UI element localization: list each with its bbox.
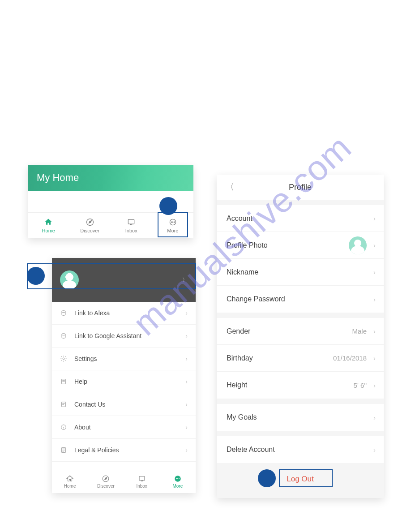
chevron-right-icon: › bbox=[373, 382, 376, 389]
item-help[interactable]: Help › bbox=[52, 370, 196, 393]
item-label: Link to Alexa bbox=[74, 309, 110, 317]
item-label: Contact Us bbox=[74, 401, 105, 408]
tab-label: More bbox=[172, 484, 183, 489]
alexa-icon bbox=[60, 309, 69, 317]
svg-point-16 bbox=[176, 478, 177, 479]
row-profile-photo[interactable]: Profile Photo › bbox=[217, 232, 384, 259]
row-delete-account[interactable]: Delete Account › bbox=[217, 436, 384, 463]
profile-title: Profile bbox=[289, 183, 312, 192]
contact-icon bbox=[60, 401, 69, 408]
item-label: Link to Google Assistant bbox=[74, 332, 141, 339]
panel-profile: 〈 Profile Account › Profile Photo › Nick… bbox=[217, 175, 384, 498]
row-label: Birthday bbox=[227, 354, 253, 362]
profile-header-row[interactable]: 〉 bbox=[52, 258, 196, 302]
chevron-right-icon: › bbox=[185, 332, 188, 339]
tab-label: Home bbox=[42, 228, 55, 233]
tab-inbox[interactable]: Inbox bbox=[111, 213, 152, 238]
section-gap bbox=[217, 399, 384, 404]
chevron-right-icon: › bbox=[373, 446, 376, 454]
tab-home[interactable]: Home bbox=[52, 470, 88, 493]
chevron-right-icon: › bbox=[373, 241, 376, 249]
svg-point-6 bbox=[62, 311, 65, 313]
profile-group-3: My Goals › bbox=[217, 404, 384, 431]
callout-dot-logout bbox=[258, 469, 276, 487]
back-icon[interactable]: 〈 bbox=[225, 180, 235, 194]
tab-more[interactable]: More bbox=[160, 470, 196, 493]
callout-dot-more bbox=[159, 197, 177, 215]
item-settings[interactable]: Settings › bbox=[52, 348, 196, 370]
row-gender[interactable]: Gender Male › bbox=[217, 318, 384, 345]
row-label: Account bbox=[227, 215, 253, 223]
section-gap bbox=[217, 313, 384, 318]
myhome-header: My Home bbox=[28, 165, 193, 191]
tab-label: Inbox bbox=[125, 228, 137, 233]
item-about[interactable]: About › bbox=[52, 416, 196, 439]
item-label: Settings bbox=[74, 355, 97, 362]
help-icon bbox=[60, 378, 69, 385]
tab-label: Inbox bbox=[136, 484, 147, 489]
tab-inbox[interactable]: Inbox bbox=[124, 470, 160, 493]
profile-group-4: Delete Account › bbox=[217, 436, 384, 463]
row-label: Height bbox=[227, 381, 247, 389]
compass-icon bbox=[102, 475, 110, 483]
callout-box-logout bbox=[279, 469, 333, 487]
svg-rect-1 bbox=[128, 219, 134, 224]
tab-discover[interactable]: Discover bbox=[88, 470, 124, 493]
row-height[interactable]: Height 5' 6'' › bbox=[217, 372, 384, 399]
google-icon bbox=[60, 332, 69, 339]
chevron-right-icon: › bbox=[185, 355, 188, 362]
legal-icon bbox=[60, 446, 69, 454]
chevron-right-icon: › bbox=[185, 309, 188, 317]
inbox-icon bbox=[138, 475, 146, 483]
row-label: My Goals bbox=[227, 413, 257, 421]
section-gap bbox=[217, 431, 384, 436]
item-link-alexa[interactable]: Link to Alexa › bbox=[52, 302, 196, 325]
svg-point-17 bbox=[177, 478, 178, 479]
svg-rect-14 bbox=[139, 476, 145, 481]
chevron-right-icon: › bbox=[185, 401, 188, 408]
chevron-right-icon: › bbox=[373, 296, 376, 303]
chevron-right-icon: › bbox=[373, 215, 376, 222]
panel-more-menu: 〉 Link to Alexa › Link to Google Assista… bbox=[52, 258, 196, 493]
chevron-right-icon: › bbox=[185, 446, 188, 454]
row-value: Male bbox=[352, 327, 367, 335]
inbox-icon bbox=[127, 218, 136, 227]
item-label: Help bbox=[74, 378, 87, 385]
chevron-right-icon: › bbox=[373, 354, 376, 362]
item-label: About bbox=[74, 424, 91, 431]
profile-group-1: Account › Profile Photo › Nickname › Cha… bbox=[217, 205, 384, 313]
tab-bar: Home Discover Inbox More bbox=[52, 470, 196, 493]
row-account[interactable]: Account › bbox=[217, 205, 384, 232]
logout-area: Log Out bbox=[217, 463, 384, 498]
myhome-title: My Home bbox=[37, 172, 79, 184]
item-contact[interactable]: Contact Us › bbox=[52, 393, 196, 416]
compass-icon bbox=[86, 218, 94, 227]
svg-point-8 bbox=[63, 358, 64, 360]
svg-point-18 bbox=[179, 478, 180, 479]
row-nickname[interactable]: Nickname › bbox=[217, 259, 384, 286]
row-change-password[interactable]: Change Password › bbox=[217, 286, 384, 313]
row-label: Change Password bbox=[227, 295, 285, 303]
row-value: 5' 6'' bbox=[354, 382, 367, 389]
home-icon bbox=[44, 218, 53, 227]
item-link-google[interactable]: Link to Google Assistant › bbox=[52, 325, 196, 348]
section-gap bbox=[217, 200, 384, 205]
chevron-right-icon: › bbox=[185, 424, 188, 431]
callout-dot-profile bbox=[27, 267, 45, 285]
item-legal[interactable]: Legal & Policies › bbox=[52, 439, 196, 462]
callout-box-more bbox=[158, 212, 188, 237]
tab-label: Discover bbox=[80, 228, 99, 233]
row-label: Delete Account bbox=[227, 446, 275, 454]
avatar-icon bbox=[349, 236, 367, 254]
tab-home[interactable]: Home bbox=[28, 213, 69, 238]
panel-myhome: My Home Home Discover Inbox More bbox=[28, 165, 193, 238]
profile-group-2: Gender Male › Birthday 01/16/2018 › Heig… bbox=[217, 318, 384, 399]
row-goals[interactable]: My Goals › bbox=[217, 404, 384, 431]
row-birthday[interactable]: Birthday 01/16/2018 › bbox=[217, 345, 384, 372]
chevron-right-icon: › bbox=[373, 268, 376, 276]
svg-rect-10 bbox=[61, 402, 65, 407]
tab-label: Home bbox=[64, 484, 76, 489]
tab-discover[interactable]: Discover bbox=[69, 213, 111, 238]
more-icon bbox=[174, 475, 182, 483]
row-label: Nickname bbox=[227, 268, 258, 276]
